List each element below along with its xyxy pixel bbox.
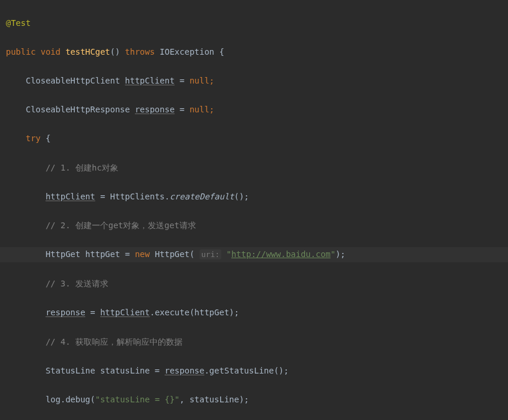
code-line: // 1. 创建hc对象 xyxy=(6,161,508,175)
url-literal[interactable]: http://www.baidu.com xyxy=(231,249,331,259)
code-line: CloseableHttpResponse response = null; xyxy=(6,102,508,117)
code-line: try { xyxy=(6,131,508,146)
highlighted-line: HttpGet httpGet = new HttpGet( uri: "htt… xyxy=(0,247,508,262)
code-line: @Test xyxy=(6,16,508,31)
annotation-test: @Test xyxy=(6,18,31,28)
code-line: CloseableHttpClient httpClient = null; xyxy=(6,74,508,88)
code-line: StatusLine statusLine = response.getStat… xyxy=(6,364,508,378)
code-line: response = httpClient.execute(httpGet); xyxy=(6,305,508,320)
code-line: log.debug("statusLine = {}", statusLine)… xyxy=(6,392,508,407)
code-line: // 4. 获取响应，解析响应中的数据 xyxy=(6,335,508,349)
code-line: httpClient = HttpClients.createDefault()… xyxy=(6,189,508,204)
code-line: public void testHCget() throws IOExcepti… xyxy=(6,45,508,59)
code-editor[interactable]: @Test public void testHCget() throws IOE… xyxy=(0,1,508,420)
code-line: // 2. 创建一个get对象，发送get请求 xyxy=(6,218,508,233)
param-hint-uri: uri: xyxy=(200,249,221,259)
code-line: // 3. 发送请求 xyxy=(6,276,508,291)
